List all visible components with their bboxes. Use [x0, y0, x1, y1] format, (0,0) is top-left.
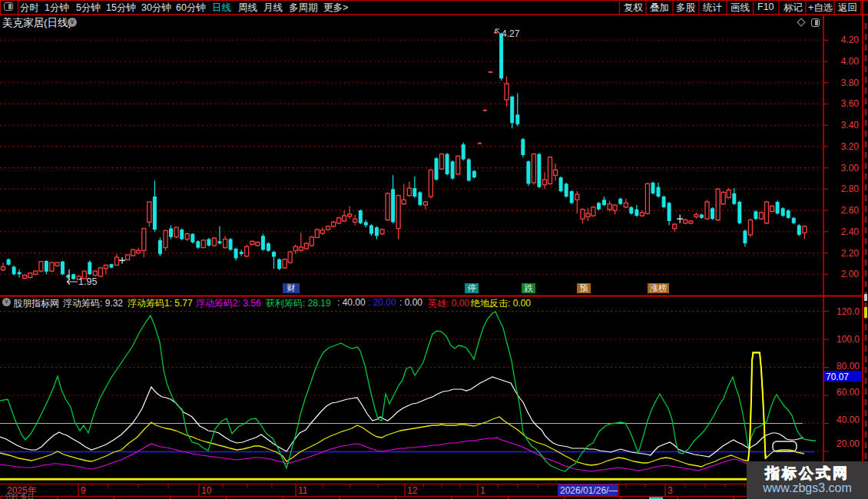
- svg-text:分时 多日: 分时 多日: [5, 493, 35, 499]
- svg-text:80.00: 80.00: [837, 361, 860, 372]
- svg-text:60.00: 60.00: [837, 387, 860, 398]
- svg-text:2.20: 2.20: [841, 248, 860, 259]
- svg-text:2.60: 2.60: [841, 205, 860, 216]
- svg-text:11: 11: [298, 485, 308, 496]
- svg-text:40.00: 40.00: [837, 415, 860, 425]
- svg-text:1: 1: [480, 485, 485, 496]
- svg-text:3.80: 3.80: [841, 78, 860, 88]
- svg-text:3.00: 3.00: [841, 163, 860, 173]
- svg-text:4.00: 4.00: [841, 56, 860, 67]
- svg-text:3: 3: [668, 485, 673, 496]
- svg-text:2.40: 2.40: [841, 226, 860, 237]
- svg-text:2.80: 2.80: [841, 183, 860, 194]
- svg-text:4.20: 4.20: [841, 35, 860, 45]
- svg-text:4.27: 4.27: [502, 28, 520, 39]
- svg-text:10: 10: [201, 485, 212, 496]
- svg-text:70.07: 70.07: [826, 372, 849, 382]
- svg-text:120.0: 120.0: [837, 306, 860, 317]
- svg-text:20.00: 20.00: [837, 438, 860, 449]
- svg-text:3.40: 3.40: [841, 120, 860, 131]
- svg-text:3.60: 3.60: [841, 98, 860, 109]
- svg-text:3.20: 3.20: [841, 141, 860, 152]
- svg-text:1.95: 1.95: [78, 276, 97, 287]
- svg-text:2026/01/26/—: 2026/01/26/—: [560, 485, 618, 496]
- svg-text:2.00: 2.00: [841, 269, 860, 279]
- svg-text:9: 9: [81, 485, 86, 496]
- svg-text:12: 12: [407, 485, 418, 496]
- svg-text:100.0: 100.0: [837, 334, 860, 345]
